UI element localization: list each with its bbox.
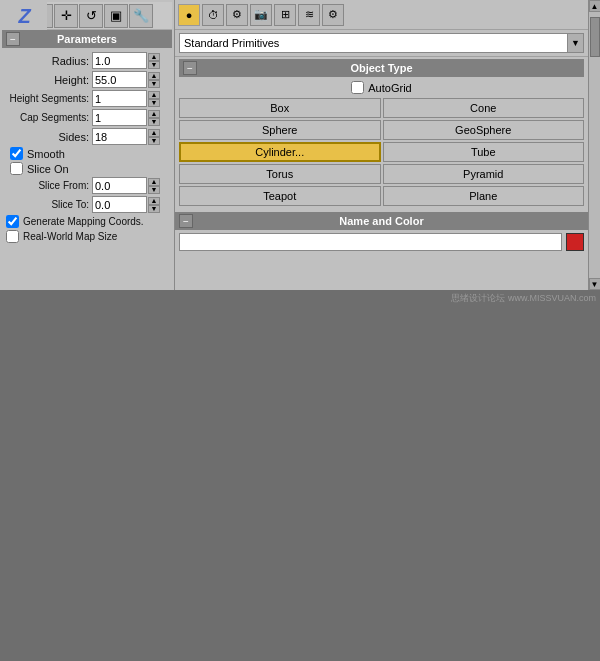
height-spinner[interactable]: 55.0 ▲ ▼: [92, 71, 160, 88]
height-down[interactable]: ▼: [148, 80, 160, 88]
height-segments-row: Height Segments: 1 ▲ ▼: [2, 90, 172, 107]
color-swatch[interactable]: [566, 233, 584, 251]
object-type-title: Object Type: [350, 62, 412, 74]
scrollbar-track[interactable]: [589, 12, 601, 278]
utilities-icon-btn[interactable]: ≋: [298, 4, 320, 26]
dropdown-arrow-btn[interactable]: ▼: [568, 33, 584, 53]
height-label: Height:: [2, 74, 92, 86]
smooth-label: Smooth: [27, 148, 65, 160]
extra-icon-btn[interactable]: ⚙: [322, 4, 344, 26]
cap-segments-arrows: ▲ ▼: [148, 110, 160, 126]
sides-up[interactable]: ▲: [148, 129, 160, 137]
name-color-title: Name and Color: [339, 215, 423, 227]
height-segments-up[interactable]: ▲: [148, 91, 160, 99]
slice-on-row: Slice On: [2, 162, 172, 175]
parameters-header: − Parameters: [2, 30, 172, 48]
object-type-header: − Object Type: [179, 59, 584, 77]
plane-btn[interactable]: Plane: [383, 186, 585, 206]
icon-toolbar: ● ⏱ ⚙ 📷 ⊞ ≋ ⚙: [175, 0, 588, 30]
slice-to-label: Slice To:: [2, 199, 92, 210]
torus-btn[interactable]: Torus: [179, 164, 381, 184]
name-color-collapse-btn[interactable]: −: [179, 214, 193, 228]
object-buttons-grid: Box Cone Sphere GeoSphere Cylinder... Tu…: [179, 98, 584, 206]
top-toolbar: Z ◇ ⌒ ✛ ↺ ▣ 🔧: [2, 2, 172, 30]
geosphere-btn[interactable]: GeoSphere: [383, 120, 585, 140]
viewport-svg: [0, 290, 600, 661]
slice-to-up[interactable]: ▲: [148, 197, 160, 205]
radius-arrows: ▲ ▼: [148, 53, 160, 69]
cap-segments-spinner[interactable]: 1 ▲ ▼: [92, 109, 160, 126]
create-icon-btn[interactable]: ●: [178, 4, 200, 26]
height-segments-arrows: ▲ ▼: [148, 91, 160, 107]
tube-btn[interactable]: Tube: [383, 142, 585, 162]
teapot-btn[interactable]: Teapot: [179, 186, 381, 206]
slice-to-spinner[interactable]: 0.0 ▲ ▼: [92, 196, 160, 213]
slice-to-down[interactable]: ▼: [148, 205, 160, 213]
height-value[interactable]: 55.0: [92, 71, 147, 88]
slice-from-value[interactable]: 0.0: [92, 177, 147, 194]
generate-mapping-label: Generate Mapping Coords.: [23, 216, 144, 227]
pyramid-btn[interactable]: Pyramid: [383, 164, 585, 184]
object-type-collapse-btn[interactable]: −: [183, 61, 197, 75]
generate-mapping-checkbox[interactable]: [6, 215, 19, 228]
real-world-map-label: Real-World Map Size: [23, 231, 117, 242]
scrollbar-down-btn[interactable]: ▼: [589, 278, 601, 290]
display-icon-btn[interactable]: ⊞: [274, 4, 296, 26]
scrollbar-thumb[interactable]: [590, 17, 600, 57]
smooth-row: Smooth: [2, 147, 172, 160]
parameters-collapse-btn[interactable]: −: [6, 32, 20, 46]
sides-row: Sides: 18 ▲ ▼: [2, 128, 172, 145]
cap-segments-row: Cap Segments: 1 ▲ ▼: [2, 109, 172, 126]
radius-spinner[interactable]: 1.0 ▲ ▼: [92, 52, 160, 69]
radius-up[interactable]: ▲: [148, 53, 160, 61]
cap-segments-label: Cap Segments:: [2, 112, 92, 123]
primitive-dropdown-row: Standard Primitives ▼: [175, 30, 588, 57]
height-segments-down[interactable]: ▼: [148, 99, 160, 107]
cylinder-btn[interactable]: Cylinder...: [179, 142, 381, 162]
slice-from-arrows: ▲ ▼: [148, 178, 160, 194]
modify-icon-btn[interactable]: ⏱: [202, 4, 224, 26]
real-world-map-checkbox[interactable]: [6, 230, 19, 243]
cap-segments-down[interactable]: ▼: [148, 118, 160, 126]
sphere-btn[interactable]: Sphere: [179, 120, 381, 140]
hierarchy-icon-btn[interactable]: ⚙: [226, 4, 248, 26]
slice-from-spinner[interactable]: 0.0 ▲ ▼: [92, 177, 160, 194]
autogrid-checkbox[interactable]: [351, 81, 364, 94]
slice-to-arrows: ▲ ▼: [148, 197, 160, 213]
motion-icon-btn[interactable]: 📷: [250, 4, 272, 26]
box-btn[interactable]: Box: [179, 98, 381, 118]
sides-label: Sides:: [2, 131, 92, 143]
radius-down[interactable]: ▼: [148, 61, 160, 69]
slice-on-label: Slice On: [27, 163, 69, 175]
cone-btn[interactable]: Cone: [383, 98, 585, 118]
right-panel: ● ⏱ ⚙ 📷 ⊞ ≋ ⚙ Standard Primitives ▼ − Ob…: [175, 0, 588, 290]
slice-from-down[interactable]: ▼: [148, 186, 160, 194]
right-scrollbar: ▲ ▼: [588, 0, 600, 290]
height-segments-label: Height Segments:: [2, 93, 92, 104]
cap-segments-up[interactable]: ▲: [148, 110, 160, 118]
height-arrows: ▲ ▼: [148, 72, 160, 88]
sides-down[interactable]: ▼: [148, 137, 160, 145]
sides-value[interactable]: 18: [92, 128, 147, 145]
radius-label: Radius:: [2, 55, 92, 67]
height-up[interactable]: ▲: [148, 72, 160, 80]
toolbar-btn-rotate[interactable]: ↺: [79, 4, 103, 28]
slice-to-value[interactable]: 0.0: [92, 196, 147, 213]
cap-segments-value[interactable]: 1: [92, 109, 147, 126]
toolbar-btn-scale[interactable]: ▣: [104, 4, 128, 28]
toolbar-btn-tool[interactable]: 🔧: [129, 4, 153, 28]
height-segments-spinner[interactable]: 1 ▲ ▼: [92, 90, 160, 107]
name-input-field[interactable]: [179, 233, 562, 251]
slice-from-row: Slice From: 0.0 ▲ ▼: [2, 177, 172, 194]
sides-spinner[interactable]: 18 ▲ ▼: [92, 128, 160, 145]
dropdown-display[interactable]: Standard Primitives: [179, 33, 568, 53]
autogrid-label: AutoGrid: [368, 82, 411, 94]
slice-from-up[interactable]: ▲: [148, 178, 160, 186]
radius-value[interactable]: 1.0: [92, 52, 147, 69]
slice-on-checkbox[interactable]: [10, 162, 23, 175]
height-segments-value[interactable]: 1: [92, 90, 147, 107]
toolbar-btn-move[interactable]: ✛: [54, 4, 78, 28]
smooth-checkbox[interactable]: [10, 147, 23, 160]
app-logo: Z: [2, 2, 47, 30]
scrollbar-up-btn[interactable]: ▲: [589, 0, 601, 12]
